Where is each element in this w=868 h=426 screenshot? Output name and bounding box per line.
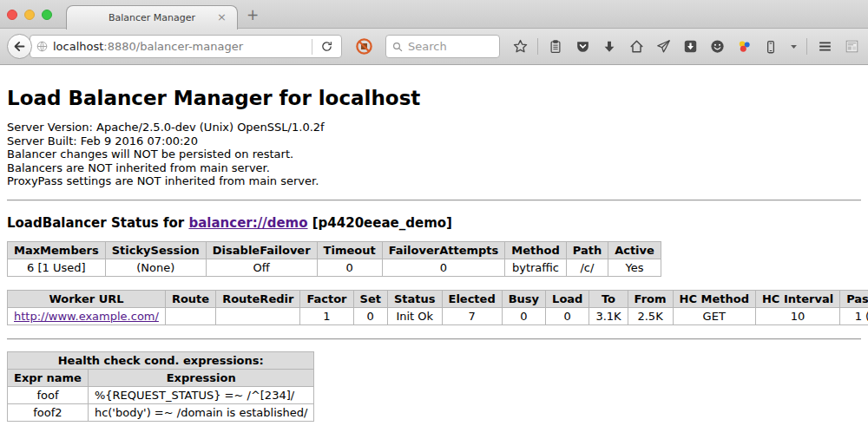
close-window-button[interactable] [7,10,17,20]
reload-button[interactable] [317,36,336,57]
urlbar-divider [312,39,312,55]
worker-table-header-row: Worker URL Route RouteRedir Factor Set S… [8,290,868,307]
smiley-icon [709,38,726,55]
proxypass-note-line: ProxyPass settings are NOT inherited fro… [7,174,861,188]
url-text[interactable]: localhost:8880/balancer-manager [53,40,307,53]
pocket-icon [575,38,591,55]
health-table-header-row: Expr name Expression [8,369,314,386]
download-arrow-icon [602,39,617,55]
health-table-title-row: Health check cond. expressions: [8,351,314,369]
column-header: StickySession [105,241,206,259]
table-cell: 7 [442,307,502,324]
plugin-block-button[interactable] [354,36,373,57]
balancer-demo-link[interactable]: balancer://demo [188,215,307,231]
server-info: Server Version: Apache/2.5.0-dev (Unix) … [7,121,861,188]
column-header: HC Interval [755,290,839,307]
balancer-status-heading: LoadBalancer Status for balancer://demo … [7,215,861,231]
table-cell: 0 [353,307,387,324]
persist-note-line: Balancer changes will NOT be persisted o… [7,147,861,161]
back-button[interactable] [7,34,32,59]
toolbar-divider [806,38,807,55]
browser-window: Balancer Manager × + localhost:8880/bala… [0,0,868,426]
page-snapshot-button[interactable] [842,36,861,57]
column-header: HC Method [673,290,755,307]
table-cell: 1 [300,307,353,324]
table-cell: Init Ok [387,307,442,324]
table-cell: Off [206,259,317,276]
bookmark-button[interactable] [510,36,529,57]
health-table-title: Health check cond. expressions: [8,351,314,369]
close-tab-icon[interactable]: × [217,10,227,24]
column-header: Set [353,290,387,307]
column-header: Load [546,290,589,307]
menu-button[interactable] [815,36,834,57]
bookmark-star-icon [512,38,529,55]
worker-url-link[interactable]: http://www.example.com/ [14,310,159,323]
table-cell: 0 [502,307,545,324]
extension-battery-button[interactable] [761,36,780,57]
window-controls [7,10,52,20]
divider [7,200,861,201]
status-prefix: LoadBalancer Status for [7,215,188,231]
downloads-button[interactable] [600,36,619,57]
table-cell [165,307,215,324]
health-check-table: Health check cond. expressions: Expr nam… [7,351,314,422]
column-header: Factor [300,290,353,307]
table-cell: 6 [1 Used] [8,259,106,276]
expression-cell: hc('body') =~ /domain is established/ [88,403,314,421]
expr-name-cell: foof [8,386,89,403]
column-header: MaxMembers [8,241,106,259]
divider [7,338,861,340]
url-bar[interactable]: localhost:8880/balancer-manager [30,35,342,58]
page-thumbnail-icon [844,38,860,55]
column-header: Method [505,241,566,259]
minimize-window-button[interactable] [24,10,35,20]
column-header: FailoverAttempts [382,241,505,259]
health-table-row: foof %{REQUEST_STATUS} =~ /^[234]/ [8,386,314,403]
column-header: To [589,290,628,307]
home-button[interactable] [627,36,646,57]
inherit-note-line: Balancers are NOT inherited from main se… [7,161,861,175]
zoom-window-button[interactable] [42,10,52,20]
send-tab-button[interactable] [654,36,673,57]
table-cell: bytraffic [505,259,566,276]
back-icon [12,39,27,54]
balancer-table-header-row: MaxMembers StickySession DisableFailover… [8,241,661,259]
table-cell: (None) [105,259,206,276]
tab-strip: Balancer Manager × + [0,0,868,29]
tab-title: Balancer Manager [108,12,195,23]
color-dots-icon [736,38,753,55]
paper-plane-icon [655,38,672,55]
tab-balancer-manager[interactable]: Balancer Manager × [66,5,238,29]
overflow-caret-button[interactable] [788,36,799,57]
toolbar-divider [537,38,538,55]
reading-list-button[interactable] [546,36,565,57]
video-download-button[interactable] [681,36,700,57]
table-cell: 0 [382,259,505,276]
pocket-button[interactable] [573,36,592,57]
status-suffix: [p4420eeae_demo] [308,215,452,231]
navigation-toolbar: localhost:8880/balancer-manager [0,29,868,65]
search-input[interactable] [408,40,486,53]
table-cell: 10 [755,307,839,324]
table-cell: 2.5K [628,307,673,324]
expression-cell: %{REQUEST_STATUS} =~ /^[234]/ [88,386,314,403]
table-cell: 0 [317,259,382,276]
column-header: Timeout [317,241,382,259]
feedback-button[interactable] [707,36,727,57]
new-tab-button[interactable]: + [247,6,259,23]
table-cell: GET [673,307,755,324]
search-icon [391,41,404,53]
url-host: localhost [53,40,103,53]
balancer-table: MaxMembers StickySession DisableFailover… [7,241,661,277]
extension-colordots-button[interactable] [734,36,753,57]
column-header: Passes [840,290,868,307]
column-header: Elected [442,290,502,307]
worker-table: Worker URL Route RouteRedir Factor Set S… [7,290,868,325]
column-header: Route [165,290,215,307]
health-table-row: foof2 hc('body') =~ /domain is establish… [8,403,314,421]
hamburger-menu-icon [817,38,833,55]
expr-name-cell: foof2 [8,403,89,421]
column-header: From [628,290,673,307]
search-bar[interactable] [385,35,500,58]
